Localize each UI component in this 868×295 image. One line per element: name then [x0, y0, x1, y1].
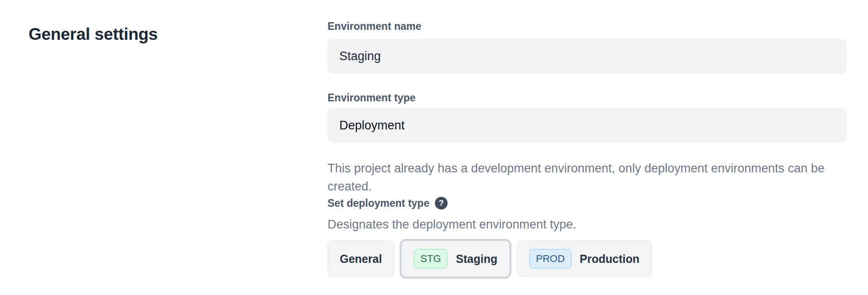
deployment-type-description: Designates the deployment environment ty… — [328, 217, 576, 232]
staging-option-label: Staging — [456, 252, 497, 266]
page-title: General settings — [29, 25, 158, 44]
deployment-type-options: General STG Staging PROD Production — [328, 241, 652, 277]
environment-type-help-text: This project already has a development e… — [328, 159, 847, 195]
production-option-label: Production — [580, 252, 640, 266]
environment-type-input[interactable] — [328, 108, 847, 143]
environment-name-label: Environment name — [328, 20, 421, 33]
deployment-type-production-button[interactable]: PROD Production — [517, 241, 652, 277]
environment-name-input[interactable] — [328, 39, 847, 73]
stg-badge: STG — [414, 249, 448, 269]
help-text-line1: This project already has a development e… — [328, 162, 825, 175]
deployment-type-label-row: Set deployment type ? — [328, 197, 448, 209]
deployment-type-staging-button[interactable]: STG Staging — [401, 241, 510, 277]
general-settings-page: General settings Environment name Enviro… — [0, 0, 868, 295]
question-mark-help-icon[interactable]: ? — [435, 197, 448, 209]
help-text-line2: created. — [328, 180, 372, 193]
prod-badge: PROD — [529, 249, 572, 269]
general-option-label: General — [340, 252, 382, 266]
environment-type-label: Environment type — [328, 91, 415, 104]
deployment-type-general-button[interactable]: General — [328, 241, 394, 277]
settings-form: Environment name Environment type This p… — [328, 0, 847, 295]
deployment-type-label: Set deployment type — [328, 197, 429, 209]
